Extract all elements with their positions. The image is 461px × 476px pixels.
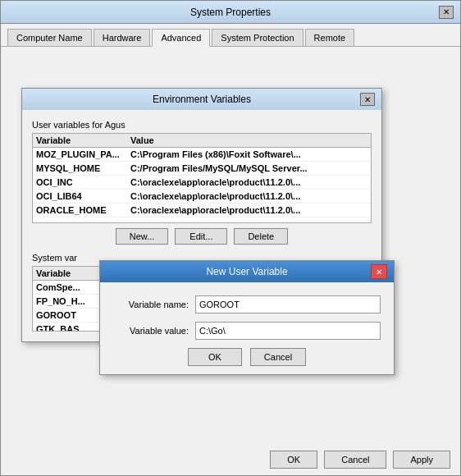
user-var-value-0: C:\Program Files (x86)\Foxit Software\..… [130, 149, 367, 159]
system-properties-window: System Properties ✕ Computer Name Hardwa… [0, 0, 461, 476]
new-var-buttons: OK Cancel [113, 348, 381, 366]
user-var-value-3: C:\oraclexe\app\oracle\product\11.2.0\..… [130, 191, 367, 201]
new-var-body: Variable name: Variable value: OK Cancel [100, 282, 394, 374]
user-var-row-2[interactable]: OCI_INC C:\oraclexe\app\oracle\product\1… [33, 176, 371, 190]
delete-user-var-button[interactable]: Delete [234, 228, 288, 245]
tab-bar: Computer Name Hardware Advanced System P… [1, 24, 460, 47]
main-cancel-button[interactable]: Cancel [324, 451, 386, 469]
user-var-name-1: MYSQL_HOME [36, 163, 130, 173]
col-variable-header: Variable [36, 135, 130, 145]
user-var-value-2: C:\oraclexe\app\oracle\product\11.2.0\..… [130, 177, 367, 187]
new-var-cancel-button[interactable]: Cancel [250, 348, 306, 366]
user-var-name-4: ORACLE_HOME [36, 205, 130, 215]
col-value-header: Value [130, 135, 367, 145]
main-bottom-buttons: OK Cancel Apply [270, 451, 450, 469]
user-var-row-0[interactable]: MOZ_PLUGIN_PA... C:\Program Files (x86)\… [33, 148, 371, 162]
new-var-title: New User Variable [123, 266, 371, 277]
close-button[interactable]: ✕ [439, 6, 454, 19]
user-var-name-2: OCI_INC [36, 177, 130, 187]
user-var-name-3: OCI_LIB64 [36, 191, 130, 201]
new-user-var-button[interactable]: New... [116, 228, 169, 245]
new-var-close-button[interactable]: ✕ [371, 264, 387, 279]
new-var-ok-button[interactable]: OK [188, 348, 242, 366]
main-apply-button[interactable]: Apply [393, 451, 450, 469]
variable-name-row: Variable name: [113, 295, 381, 314]
user-var-value-4: C:\oraclexe\app\oracle\product\11.2.0\..… [130, 205, 367, 215]
variable-value-row: Variable value: [113, 322, 381, 340]
new-var-title-bar: New User Variable ✕ [100, 261, 394, 282]
variable-value-input[interactable] [195, 322, 381, 340]
user-vars-header: Variable Value [33, 134, 371, 148]
window-title: System Properties [22, 7, 439, 18]
main-content-area: Environment Variables ✕ User variables f… [1, 47, 460, 449]
variable-name-label: Variable name: [113, 300, 195, 309]
main-ok-button[interactable]: OK [270, 451, 317, 469]
env-title-bar: Environment Variables ✕ [22, 89, 381, 110]
title-bar: System Properties ✕ [1, 1, 460, 24]
tab-remote[interactable]: Remote [305, 29, 355, 46]
tab-system-protection[interactable]: System Protection [212, 29, 303, 46]
user-var-name-0: MOZ_PLUGIN_PA... [36, 149, 130, 159]
user-var-row-4[interactable]: ORACLE_HOME C:\oraclexe\app\oracle\produ… [33, 204, 371, 217]
env-dialog-title: Environment Variables [43, 94, 360, 105]
variable-name-input[interactable] [195, 295, 381, 314]
user-vars-table[interactable]: Variable Value MOZ_PLUGIN_PA... C:\Progr… [32, 133, 372, 223]
edit-user-var-button[interactable]: Edit... [175, 228, 227, 245]
tab-computer-name[interactable]: Computer Name [7, 29, 92, 46]
user-var-buttons: New... Edit... Delete [32, 228, 372, 245]
user-var-value-1: C:/Program Files/MySQL/MySQL Server... [130, 163, 367, 173]
user-var-row-3[interactable]: OCI_LIB64 C:\oraclexe\app\oracle\product… [33, 190, 371, 204]
new-user-variable-dialog: New User Variable ✕ Variable name: Varia… [99, 260, 395, 375]
tab-advanced[interactable]: Advanced [152, 29, 210, 47]
variable-value-label: Variable value: [113, 326, 195, 336]
env-close-button[interactable]: ✕ [360, 93, 375, 106]
tab-hardware[interactable]: Hardware [94, 29, 151, 46]
user-var-row-1[interactable]: MYSQL_HOME C:/Program Files/MySQL/MySQL … [33, 162, 371, 176]
user-vars-label: User variables for Agus [32, 120, 372, 130]
